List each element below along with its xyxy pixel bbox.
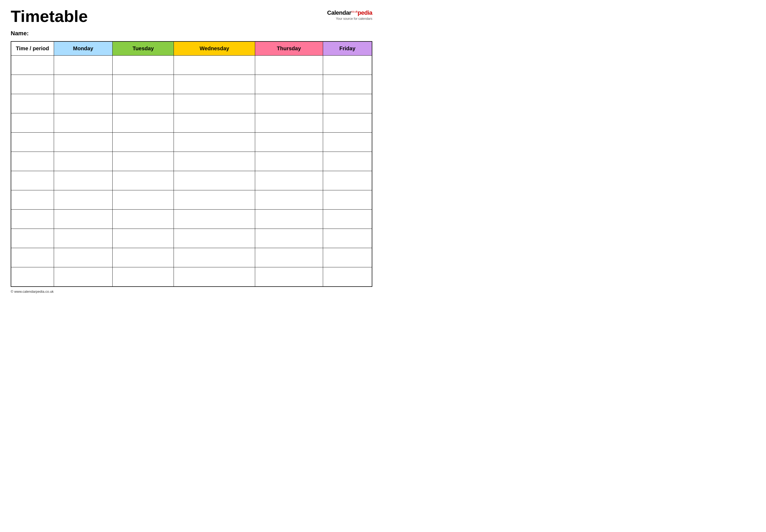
- table-cell[interactable]: [255, 190, 323, 210]
- table-cell[interactable]: [113, 56, 174, 75]
- header-wednesday: Wednesday: [174, 41, 255, 56]
- table-cell[interactable]: [323, 113, 372, 133]
- logo-container: Calendarco.ukpedia Your source for calen…: [327, 8, 372, 21]
- table-cell[interactable]: [255, 171, 323, 190]
- table-cell[interactable]: [54, 248, 113, 267]
- table-cell[interactable]: [255, 152, 323, 171]
- table-cell[interactable]: [11, 56, 54, 75]
- table-cell[interactable]: [11, 133, 54, 152]
- table-row: [11, 75, 372, 94]
- table-cell[interactable]: [255, 248, 323, 267]
- table-row: [11, 152, 372, 171]
- table-cell[interactable]: [11, 248, 54, 267]
- table-row: [11, 248, 372, 267]
- table-cell[interactable]: [54, 113, 113, 133]
- table-cell[interactable]: [323, 248, 372, 267]
- table-cell[interactable]: [255, 94, 323, 113]
- table-cell[interactable]: [174, 56, 255, 75]
- table-cell[interactable]: [11, 171, 54, 190]
- table-cell[interactable]: [113, 133, 174, 152]
- table-row: [11, 171, 372, 190]
- table-cell[interactable]: [174, 94, 255, 113]
- table-cell[interactable]: [255, 133, 323, 152]
- table-cell[interactable]: [54, 133, 113, 152]
- table-row: [11, 94, 372, 113]
- table-cell[interactable]: [323, 210, 372, 229]
- header-tuesday: Tuesday: [113, 41, 174, 56]
- table-cell[interactable]: [323, 171, 372, 190]
- table-cell[interactable]: [323, 190, 372, 210]
- table-cell[interactable]: [323, 267, 372, 287]
- table-row: [11, 190, 372, 210]
- timetable-body: [11, 56, 372, 287]
- table-cell[interactable]: [174, 171, 255, 190]
- table-cell[interactable]: [323, 75, 372, 94]
- table-cell[interactable]: [11, 210, 54, 229]
- logo-calendar: Calendar: [327, 9, 351, 16]
- table-cell[interactable]: [113, 171, 174, 190]
- table-cell[interactable]: [113, 94, 174, 113]
- table-row: [11, 56, 372, 75]
- table-cell[interactable]: [174, 248, 255, 267]
- table-cell[interactable]: [174, 152, 255, 171]
- table-cell[interactable]: [113, 113, 174, 133]
- table-cell[interactable]: [11, 229, 54, 248]
- table-cell[interactable]: [255, 210, 323, 229]
- header-thursday: Thursday: [255, 41, 323, 56]
- table-cell[interactable]: [113, 248, 174, 267]
- table-cell[interactable]: [54, 94, 113, 113]
- table-cell[interactable]: [174, 267, 255, 287]
- header-monday: Monday: [54, 41, 113, 56]
- table-cell[interactable]: [255, 75, 323, 94]
- table-cell[interactable]: [11, 267, 54, 287]
- table-cell[interactable]: [54, 229, 113, 248]
- table-cell[interactable]: [323, 152, 372, 171]
- footer: © www.calendarpedia.co.uk: [11, 290, 372, 294]
- table-cell[interactable]: [54, 75, 113, 94]
- table-cell[interactable]: [54, 267, 113, 287]
- table-cell[interactable]: [54, 56, 113, 75]
- table-row: [11, 113, 372, 133]
- table-cell[interactable]: [113, 267, 174, 287]
- table-cell[interactable]: [323, 229, 372, 248]
- table-cell[interactable]: [174, 210, 255, 229]
- table-cell[interactable]: [174, 75, 255, 94]
- table-cell[interactable]: [113, 190, 174, 210]
- table-cell[interactable]: [54, 210, 113, 229]
- table-cell[interactable]: [174, 190, 255, 210]
- page-wrapper: Timetable Calendarco.ukpedia Your source…: [11, 8, 372, 294]
- table-cell[interactable]: [11, 190, 54, 210]
- table-cell[interactable]: [113, 229, 174, 248]
- table-cell[interactable]: [54, 190, 113, 210]
- table-cell[interactable]: [255, 229, 323, 248]
- header-friday: Friday: [323, 41, 372, 56]
- table-cell[interactable]: [174, 133, 255, 152]
- table-cell[interactable]: [255, 113, 323, 133]
- logo-subtitle: Your source for calendars: [336, 17, 372, 21]
- table-cell[interactable]: [255, 56, 323, 75]
- header-row: Time / period Monday Tuesday Wednesday T…: [11, 41, 372, 56]
- table-cell[interactable]: [11, 152, 54, 171]
- logo: Calendarco.ukpedia: [327, 9, 372, 16]
- table-cell[interactable]: [113, 75, 174, 94]
- table-cell[interactable]: [323, 94, 372, 113]
- table-cell[interactable]: [323, 133, 372, 152]
- table-row: [11, 133, 372, 152]
- logo-couk: co.uk: [351, 10, 357, 13]
- header-time: Time / period: [11, 41, 54, 56]
- table-row: [11, 210, 372, 229]
- logo-pedia: pedia: [357, 9, 372, 16]
- table-cell[interactable]: [54, 152, 113, 171]
- table-cell[interactable]: [11, 75, 54, 94]
- table-cell[interactable]: [174, 113, 255, 133]
- table-cell[interactable]: [11, 113, 54, 133]
- table-cell[interactable]: [323, 56, 372, 75]
- table-cell[interactable]: [255, 267, 323, 287]
- header: Timetable Calendarco.ukpedia Your source…: [11, 8, 372, 25]
- page-title: Timetable: [11, 8, 88, 25]
- table-cell[interactable]: [54, 171, 113, 190]
- table-cell[interactable]: [11, 94, 54, 113]
- table-cell[interactable]: [113, 152, 174, 171]
- table-cell[interactable]: [113, 210, 174, 229]
- table-cell[interactable]: [174, 229, 255, 248]
